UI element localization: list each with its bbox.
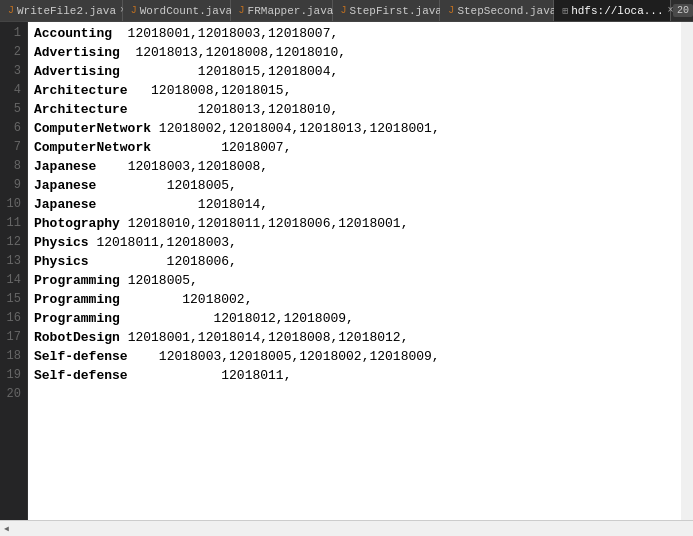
line-number-13: 13 bbox=[0, 252, 21, 271]
code-line-16: Programming 12018012,12018009, bbox=[34, 309, 675, 328]
code-line-4: Architecture 12018008,12018015, bbox=[34, 81, 675, 100]
code-content[interactable]: Accounting 12018001,12018003,12018007,Ad… bbox=[28, 22, 681, 520]
line-numbers: 1234567891011121314151617181920 bbox=[0, 22, 28, 520]
java-icon-writefile2: J bbox=[8, 5, 14, 16]
scroll-left-icon[interactable]: ◀ bbox=[4, 524, 9, 533]
code-line-13: Physics 12018006, bbox=[34, 252, 675, 271]
line-number-14: 14 bbox=[0, 271, 21, 290]
code-line-3: Advertising 12018015,12018004, bbox=[34, 62, 675, 81]
line-number-7: 7 bbox=[0, 138, 21, 157]
line-number-10: 10 bbox=[0, 195, 21, 214]
line-number-18: 18 bbox=[0, 347, 21, 366]
tab-stepfirst[interactable]: J StepFirst.java bbox=[333, 0, 441, 22]
code-line-7: ComputerNetwork 12018007, bbox=[34, 138, 675, 157]
line-number-11: 11 bbox=[0, 214, 21, 233]
code-line-11: Photography 12018010,12018011,12018006,1… bbox=[34, 214, 675, 233]
tab-label-wordcount: WordCount.java bbox=[140, 5, 232, 17]
line-number-20: 20 bbox=[0, 385, 21, 404]
line-number-15: 15 bbox=[0, 290, 21, 309]
code-line-15: Programming 12018002, bbox=[34, 290, 675, 309]
code-line-12: Physics 12018011,12018003, bbox=[34, 233, 675, 252]
tab-bar: J WriteFile2.java × J WordCount.java J F… bbox=[0, 0, 693, 22]
tab-label-hdfs: hdfs://loca... bbox=[571, 5, 663, 17]
code-line-20 bbox=[34, 385, 675, 404]
code-line-14: Programming 12018005, bbox=[34, 271, 675, 290]
code-line-1: Accounting 12018001,12018003,12018007, bbox=[34, 24, 675, 43]
code-line-6: ComputerNetwork 12018002,12018004,120180… bbox=[34, 119, 675, 138]
code-line-18: Self-defense 12018003,12018005,12018002,… bbox=[34, 347, 675, 366]
line-number-3: 3 bbox=[0, 62, 21, 81]
line-number-4: 4 bbox=[0, 81, 21, 100]
java-icon-frmapper: J bbox=[239, 5, 245, 16]
tab-frmapper[interactable]: J FRMapper.java bbox=[231, 0, 333, 22]
line-number-19: 19 bbox=[0, 366, 21, 385]
line-number-17: 17 bbox=[0, 328, 21, 347]
scrollbar[interactable] bbox=[681, 22, 693, 520]
line-number-8: 8 bbox=[0, 157, 21, 176]
line-number-16: 16 bbox=[0, 309, 21, 328]
bottom-bar: ◀ bbox=[0, 520, 693, 536]
code-line-9: Japanese 12018005, bbox=[34, 176, 675, 195]
code-line-19: Self-defense 12018011, bbox=[34, 366, 675, 385]
tab-hdfs[interactable]: ⊞ hdfs://loca... × bbox=[554, 0, 671, 22]
line-number-5: 5 bbox=[0, 100, 21, 119]
tab-label-stepfirst: StepFirst.java bbox=[350, 5, 442, 17]
line-number-2: 2 bbox=[0, 43, 21, 62]
code-line-5: Architecture 12018013,12018010, bbox=[34, 100, 675, 119]
tab-wordcount[interactable]: J WordCount.java bbox=[123, 0, 231, 22]
line-count-badge: 20 bbox=[673, 4, 693, 17]
editor-area: 1234567891011121314151617181920 Accounti… bbox=[0, 22, 693, 520]
java-icon-stepsecond: J bbox=[448, 5, 454, 16]
tab-label-writefile2: WriteFile2.java bbox=[17, 5, 116, 17]
code-line-2: Advertising 12018013,12018008,12018010, bbox=[34, 43, 675, 62]
hdfs-icon: ⊞ bbox=[562, 5, 568, 17]
java-icon-wordcount: J bbox=[131, 5, 137, 16]
line-number-6: 6 bbox=[0, 119, 21, 138]
line-number-1: 1 bbox=[0, 24, 21, 43]
tab-stepsecond[interactable]: J StepSecond.java bbox=[440, 0, 554, 22]
line-number-12: 12 bbox=[0, 233, 21, 252]
tab-label-frmapper: FRMapper.java bbox=[248, 5, 334, 17]
tab-label-stepsecond: StepSecond.java bbox=[457, 5, 556, 17]
code-line-10: Japanese 12018014, bbox=[34, 195, 675, 214]
code-line-17: RobotDesign 12018001,12018014,12018008,1… bbox=[34, 328, 675, 347]
java-icon-stepfirst: J bbox=[341, 5, 347, 16]
tab-writefile2[interactable]: J WriteFile2.java × bbox=[0, 0, 123, 22]
code-line-8: Japanese 12018003,12018008, bbox=[34, 157, 675, 176]
line-number-9: 9 bbox=[0, 176, 21, 195]
